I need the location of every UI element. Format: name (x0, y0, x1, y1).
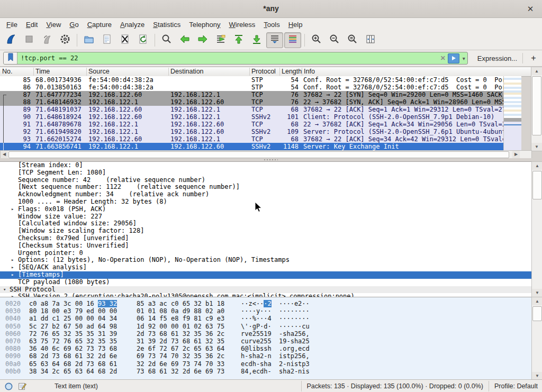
ascii-left[interactable]: rve25519 (241, 330, 272, 338)
hex-row[interactable]: 0020c0 a8 7a 3c 00 16 93 3285 a3 ac c0 6… (0, 300, 531, 307)
menu-go[interactable]: Go (65, 19, 83, 30)
scroll-down-icon[interactable]: ▼ (532, 372, 542, 380)
filter-clear-icon[interactable]: ✕ (438, 54, 448, 62)
expander-open-icon[interactable]: ▾ (3, 286, 6, 294)
column-separator[interactable] (168, 68, 169, 76)
hex-row[interactable]: 009068 2d 73 68 61 32 2d 6e69 73 74 70 3… (0, 352, 531, 360)
hex-row[interactable]: 008036 40 6c 69 62 73 73 682e 6f 72 67 2… (0, 345, 531, 352)
hex-bytes-left[interactable]: c0 a8 7a 3c 00 16 93 32 (29, 300, 117, 307)
column-header-destination[interactable]: Destination (168, 68, 249, 76)
menu-file[interactable]: File (2, 19, 22, 30)
close-window-icon[interactable]: ✕ (525, 4, 536, 14)
menu-capture[interactable]: Capture (83, 19, 116, 30)
ascii-left[interactable]: ··z<···2 (241, 300, 272, 307)
scroll-up-icon[interactable]: ▲ (532, 297, 542, 305)
detail-line[interactable]: 1000 .... = Header Length: 32 bytes (8) (0, 198, 531, 206)
capture-comment-button[interactable] (17, 381, 27, 391)
reload-file-button[interactable] (134, 32, 151, 48)
add-filter-button[interactable]: + (528, 53, 539, 63)
packet-row-86[interactable]: 8670.013850163fe:54:00:d4:38:2aSTP54Conf… (0, 84, 503, 91)
menu-view[interactable]: View (42, 19, 65, 30)
hex-bytes-right[interactable]: 69 73 74 70 32 35 36 2c (137, 352, 224, 360)
ascii-right[interactable]: .org,ecd (279, 345, 310, 352)
hex-bytes-right[interactable]: 32 2d 6e 69 73 74 70 33 (137, 360, 224, 368)
restart-capture-button[interactable] (39, 32, 56, 48)
detail-line[interactable]: [Window size scaling factor: 128] (0, 227, 531, 235)
colorize-toggle[interactable] (284, 32, 301, 48)
detail-line[interactable]: [Calculated window size: 29056] (0, 220, 531, 227)
hex-row[interactable]: 0040a1 dd c1 25 00 00 04 3406 14 f5 e8 f… (0, 315, 531, 322)
expander-closed-icon[interactable]: ▸ (11, 264, 14, 271)
expander-closed-icon[interactable]: ▸ (11, 206, 14, 213)
column-header-source[interactable]: Source (86, 68, 168, 76)
column-separator[interactable] (302, 68, 302, 76)
scroll-left-icon[interactable]: ◀ (1, 151, 8, 159)
ascii-right[interactable]: ········ (279, 315, 310, 322)
ascii-left[interactable]: ····y··· (241, 307, 272, 315)
detail-line[interactable]: Checksum: 0x79ed [unverified] (0, 235, 531, 242)
scroll-right-icon[interactable]: ▶ (512, 151, 520, 159)
hex-bytes-left[interactable]: a1 dd c1 25 00 00 04 34 (29, 315, 117, 322)
packet-row-88[interactable]: 8871.648146932192.168.122.1192.168.122.6… (0, 98, 503, 106)
scroll-down-icon[interactable]: ▼ (532, 289, 542, 297)
go-to-packet-button[interactable] (212, 32, 229, 48)
hex-bytes-left[interactable]: 63 75 72 76 65 32 35 35 (29, 338, 117, 345)
column-separator[interactable] (33, 68, 34, 76)
detail-line[interactable]: Urgent pointer: 0 (0, 250, 531, 257)
find-packet-button[interactable] (158, 32, 175, 48)
expander-closed-icon[interactable]: ▸ (11, 271, 14, 279)
column-header-time[interactable]: Time (33, 68, 86, 76)
detail-line[interactable]: [Stream index: 0] (0, 162, 531, 169)
detail-line[interactable]: Acknowledgment number: 34 (relative ack … (0, 191, 531, 198)
hex-row[interactable]: 007063 75 72 76 65 32 35 3531 39 2d 73 6… (0, 338, 531, 345)
capture-file-properties-button[interactable] (4, 382, 13, 391)
hex-bytes-left[interactable]: 65 63 64 68 2d 73 68 61 (29, 360, 117, 368)
go-forward-button[interactable] (194, 32, 211, 48)
packet-list-header[interactable]: No.TimeSourceDestinationProtocolLengthIn… (0, 67, 531, 77)
menu-help[interactable]: Help (284, 19, 307, 30)
column-separator[interactable] (249, 68, 250, 76)
hex-row[interactable]: 003080 18 00 e3 79 ed 00 0001 01 08 0a d… (0, 307, 531, 315)
hex-bytes-left[interactable]: 72 76 65 32 35 35 31 39 (29, 330, 117, 338)
hex-bytes-right[interactable]: 01 01 08 0a d9 88 02 a0 (137, 307, 224, 315)
save-file-button[interactable] (98, 32, 115, 48)
column-header-info[interactable]: Info (302, 68, 529, 76)
ascii-left[interactable]: \'·gP·d· (241, 323, 272, 330)
selected-bytes[interactable]: 93 32 (98, 300, 117, 307)
expander-closed-icon[interactable]: ▸ (11, 257, 14, 264)
zoom-out-button[interactable] (326, 32, 343, 48)
packet-row-91[interactable]: 9171.648789678192.168.122.1192.168.122.6… (0, 121, 503, 128)
filter-apply-button[interactable] (448, 53, 459, 63)
expression-button[interactable]: Expression... (477, 54, 517, 62)
hex-bytes-right[interactable]: 06 14 f5 e8 f9 81 c9 e3 (137, 315, 224, 322)
column-separator[interactable] (86, 68, 87, 76)
detail-line[interactable]: Sequence number: 42 (relative sequence n… (0, 177, 531, 184)
hex-bytes-right[interactable]: 2e 6f 72 67 2c 65 63 64 (137, 345, 224, 352)
packet-row-85[interactable]: 8568.001734936fe:54:00:d4:38:2aSTP54Conf… (0, 76, 503, 84)
packet-row-93[interactable]: 9371.662015274192.168.122.60192.168.122.… (0, 135, 503, 143)
capture-options-button[interactable] (57, 32, 74, 48)
hex-bytes-right[interactable]: 31 39 2d 73 68 61 32 35 (137, 338, 224, 345)
selected-ascii[interactable]: ·2 (264, 300, 271, 307)
menu-wireless[interactable]: Wireless (225, 19, 260, 30)
ascii-right[interactable]: ····e2·· (279, 300, 310, 307)
menu-analyze[interactable]: Analyze (116, 19, 149, 30)
scroll-down-icon[interactable]: ▼ (531, 143, 542, 151)
filter-value[interactable]: !tcp.port == 22 (17, 54, 438, 62)
zoom-original-button[interactable] (344, 32, 361, 48)
column-header-length[interactable]: Length (279, 68, 302, 76)
display-filter-input[interactable]: !tcp.port == 22 ✕ ▾ (3, 52, 468, 65)
column-header-no[interactable]: No. (0, 68, 33, 76)
menu-statistics[interactable]: Statistics (149, 19, 185, 30)
ascii-left[interactable]: ecdh-sha (241, 360, 272, 368)
scrollbar-thumb[interactable] (8, 151, 509, 158)
detail-line[interactable]: TCP payload (1080 bytes) (0, 279, 531, 286)
packet-row-92[interactable]: 9271.661949820192.168.122.1192.168.122.6… (0, 128, 503, 135)
hex-bytes-left[interactable]: 5c 27 b2 67 50 ad 64 98 (29, 323, 117, 330)
ascii-right[interactable]: 19-sha25 (279, 338, 310, 345)
zoom-in-button[interactable] (308, 32, 325, 48)
detail-line[interactable]: ▸[Timestamps] (0, 271, 531, 279)
detail-line[interactable]: [TCP Segment Len: 1080] (0, 169, 531, 177)
resize-columns-button[interactable] (362, 32, 379, 48)
ascii-left[interactable]: 6@libssh (241, 345, 272, 352)
